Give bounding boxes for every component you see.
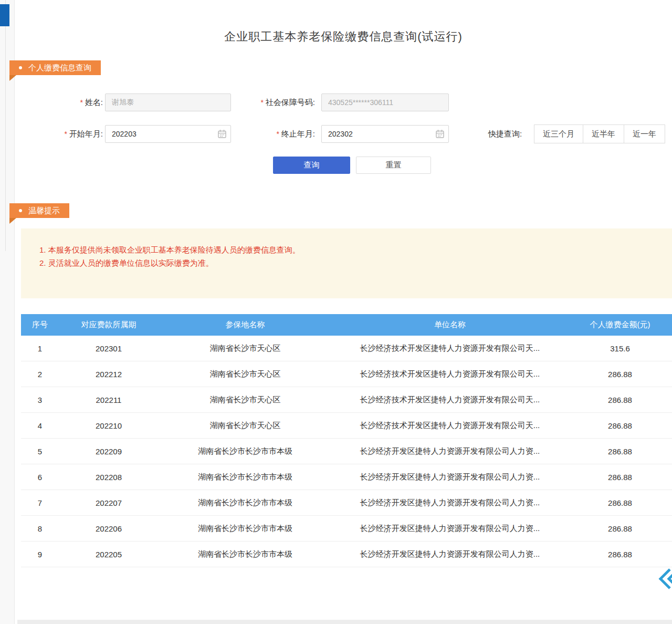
table-cell: 202206 [59,524,159,533]
table-cell: 286.88 [568,421,672,430]
table-cell: 9 [21,550,59,559]
required-asterisk: * [260,98,263,107]
name-label: *姓名: [32,93,103,111]
table-cell: 202210 [59,421,159,430]
calendar-icon[interactable] [435,129,445,139]
table-cell: 1 [21,344,59,353]
table-cell: 湖南省长沙市长沙市市本级 [159,446,332,456]
table-cell: 湖南省长沙市天心区 [159,421,332,431]
table-cell: 长沙经济技术开发区捷特人力资源开发有限公司天... [332,395,568,405]
table-cell: 长沙经济技术开发区捷特人力资源开发有限公司天... [332,369,568,379]
required-asterisk: * [64,130,67,138]
table-cell: 286.88 [568,524,672,533]
table-row: 9202205湖南省长沙市长沙市市本级长沙经济开发区捷特人力资源开发有限公司人力… [21,542,672,567]
col-header-place: 参保地名称 [159,320,332,330]
table-cell: 7 [21,498,59,507]
col-header-index: 序号 [21,320,59,330]
table-cell: 长沙经济技术开发区捷特人力资源开发有限公司天... [332,344,568,353]
left-panel-border [5,0,6,251]
table-cell: 286.88 [568,550,672,559]
badge-fold [9,218,16,224]
bullet-dot-icon [19,66,22,69]
badge-fold [9,75,16,81]
table-cell: 长沙经济技术开发区捷特人力资源开发有限公司天... [332,421,568,431]
results-table: 序号 对应费款所属期 参保地名称 单位名称 个人缴费金额(元) 1202301湖… [21,314,672,567]
table-cell: 长沙经济开发区捷特人力资源开发有限公司人力资... [332,549,568,559]
table-cell: 长沙经济开发区捷特人力资源开发有限公司人力资... [332,524,568,534]
bullet-dot-icon [19,209,22,212]
calendar-icon[interactable] [217,129,227,139]
table-cell: 202301 [59,344,159,353]
bottom-strip [17,620,672,624]
page-title: 企业职工基本养老保险缴费信息查询(试运行) [15,29,672,45]
required-asterisk: * [80,98,82,107]
quick-option-3months[interactable]: 近三个月 [534,124,583,143]
table-row: 6202208湖南省长沙市长沙市市本级长沙经济开发区捷特人力资源开发有限公司人力… [21,464,672,490]
table-cell: 202211 [59,396,159,404]
table-row: 2202212湖南省长沙市天心区长沙经济技术开发区捷特人力资源开发有限公司天..… [21,361,672,387]
required-asterisk: * [276,130,279,138]
ssn-label: *社会保障号码: [231,93,315,111]
table-cell: 4 [21,421,59,430]
table-cell: 286.88 [568,370,672,379]
table-cell: 202212 [59,370,159,379]
table-cell: 286.88 [568,473,672,482]
quick-option-oneyear[interactable]: 近一年 [624,124,665,143]
left-blue-tab [0,4,9,26]
section-badge-tips-label: 温馨提示 [28,206,60,216]
quick-option-halfyear[interactable]: 近半年 [583,124,624,143]
table-row: 4202210湖南省长沙市天心区长沙经济技术开发区捷特人力资源开发有限公司天..… [21,413,672,439]
table-cell: 286.88 [568,498,672,507]
table-header-row: 序号 对应费款所属期 参保地名称 单位名称 个人缴费金额(元) [21,314,672,336]
end-month-label: *终止年月: [231,125,315,143]
name-field[interactable] [105,93,231,111]
left-gutter [0,0,15,624]
table-row: 5202209湖南省长沙市长沙市市本级长沙经济开发区捷特人力资源开发有限公司人力… [21,439,672,464]
table-cell: 长沙经济开发区捷特人力资源开发有限公司人力资... [332,498,568,508]
tip-line-2: 2. 灵活就业人员的缴费单位信息以实际缴费为准。 [39,258,214,268]
table-cell: 湖南省长沙市天心区 [159,369,332,379]
table-cell: 湖南省长沙市长沙市市本级 [159,524,332,534]
col-header-amount: 个人缴费金额(元) [568,320,672,330]
table-cell: 5 [21,447,59,456]
table-cell: 长沙经济开发区捷特人力资源开发有限公司人力资... [332,446,568,456]
col-header-period: 对应费款所属期 [59,320,159,330]
table-cell: 湖南省长沙市长沙市市本级 [159,549,332,559]
table-cell: 2 [21,370,59,379]
table-cell: 湖南省长沙市天心区 [159,395,332,405]
table-cell: 202205 [59,550,159,559]
table-cell: 286.88 [568,396,672,404]
double-left-chevron-icon[interactable] [656,567,672,590]
table-body: 1202301湖南省长沙市天心区长沙经济技术开发区捷特人力资源开发有限公司天..… [21,336,672,567]
page: 企业职工基本养老保险缴费信息查询(试运行) 个人缴费信息查询 *姓名: *社会保… [0,0,672,624]
query-button[interactable]: 查询 [273,157,350,174]
table-cell: 8 [21,524,59,533]
quick-query-label: 快捷查询: [488,125,522,143]
table-row: 7202207湖南省长沙市长沙市市本级长沙经济开发区捷特人力资源开发有限公司人力… [21,490,672,516]
table-cell: 3 [21,396,59,404]
start-month-label: *开始年月: [32,125,103,143]
table-cell: 长沙经济开发区捷特人力资源开发有限公司人力资... [332,472,568,482]
quick-query-group: 近三个月 近半年 近一年 [534,124,665,143]
section-badge-query-label: 个人缴费信息查询 [28,63,91,73]
tips-box: 1. 本服务仅提供尚未领取企业职工基本养老保险待遇人员的缴费信息查询。 2. 灵… [21,228,672,298]
table-cell: 6 [21,473,59,482]
table-cell: 202209 [59,447,159,456]
table-row: 8202206湖南省长沙市长沙市市本级长沙经济开发区捷特人力资源开发有限公司人力… [21,516,672,542]
end-month-field[interactable] [321,125,449,143]
reset-button[interactable]: 重置 [356,157,431,174]
section-badge-tips: 温馨提示 [9,203,69,218]
table-cell: 202207 [59,498,159,507]
ssn-field[interactable] [321,93,449,111]
table-cell: 湖南省长沙市长沙市市本级 [159,472,332,482]
table-row: 3202211湖南省长沙市天心区长沙经济技术开发区捷特人力资源开发有限公司天..… [21,387,672,413]
table-cell: 202208 [59,473,159,482]
tip-line-1: 1. 本服务仅提供尚未领取企业职工基本养老保险待遇人员的缴费信息查询。 [39,245,300,255]
start-month-field[interactable] [105,125,231,143]
table-cell: 286.88 [568,447,672,456]
col-header-unit: 单位名称 [332,320,568,330]
table-cell: 315.6 [568,344,672,353]
table-cell: 湖南省长沙市天心区 [159,344,332,353]
table-row: 1202301湖南省长沙市天心区长沙经济技术开发区捷特人力资源开发有限公司天..… [21,336,672,361]
section-badge-query: 个人缴费信息查询 [9,60,101,75]
